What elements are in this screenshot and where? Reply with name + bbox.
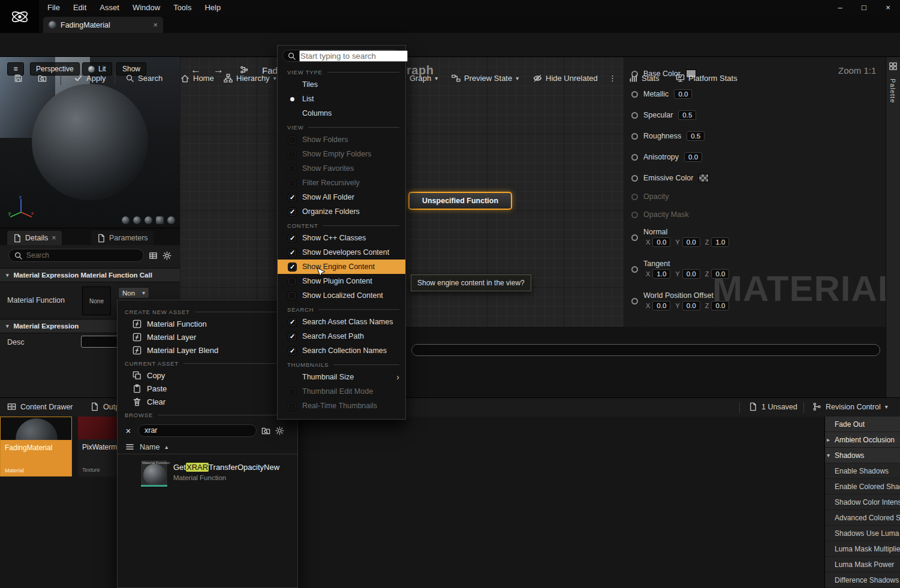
close-button[interactable]: × xyxy=(876,0,900,15)
pin-icon[interactable] xyxy=(631,266,638,273)
pin-icon[interactable] xyxy=(631,133,638,140)
preview-state-button[interactable]: Preview State▾ xyxy=(449,70,522,86)
view-menu-item-thumbnail-size[interactable]: Thumbnail Size› xyxy=(278,370,405,384)
property-row-fade-out[interactable]: Fade Out xyxy=(825,417,900,432)
menu-file[interactable]: File xyxy=(41,0,67,15)
vector-value-input[interactable]: 0.0 xyxy=(652,237,670,247)
menu-window[interactable]: Window xyxy=(126,0,167,15)
mesh-preview-icon[interactable] xyxy=(167,216,175,224)
vector-value-input[interactable]: 0.0 xyxy=(682,301,700,310)
menu-help[interactable]: Help xyxy=(198,0,227,15)
section-material-function-call[interactable]: ▾ Material Expression Material Function … xyxy=(0,268,180,282)
home-button[interactable]: Home xyxy=(177,70,217,86)
clean-graph-button[interactable]: Graph▾ xyxy=(407,70,441,86)
pin-icon[interactable] xyxy=(631,194,638,200)
unspecified-function-node[interactable]: Unspecified Function xyxy=(408,192,512,210)
pin-value-input[interactable]: 0.0 xyxy=(684,152,702,162)
view-menu-item-show-developers-content[interactable]: ✓Show Developers Content xyxy=(278,245,405,260)
asset-result-item[interactable]: Material Function GetXRARTransferOpacity… xyxy=(140,460,290,487)
pin-icon[interactable] xyxy=(631,298,638,304)
pin-value-input[interactable]: 0.5 xyxy=(678,110,696,120)
gear-icon[interactable] xyxy=(162,251,171,260)
view-menu-item-columns[interactable]: Columns xyxy=(278,106,405,120)
display-options-icon[interactable] xyxy=(149,251,158,260)
material-function-dropdown[interactable]: Non ▾ xyxy=(118,287,149,298)
plane-preview-icon[interactable] xyxy=(145,216,152,224)
context-menu-item-clear[interactable]: Clear xyxy=(118,395,297,408)
menu-edit[interactable]: Edit xyxy=(67,0,93,15)
vector-value-input[interactable]: 0.0 xyxy=(652,301,670,310)
pin-icon[interactable] xyxy=(631,154,638,161)
material-function-thumbnail[interactable]: None xyxy=(82,287,111,315)
platform-stats-button[interactable]: Platform Stats xyxy=(673,70,741,86)
view-menu-item-show-plugin-content[interactable]: Show Plugin Content xyxy=(278,274,405,288)
hierarchy-button[interactable]: Hierarchy▾ xyxy=(221,70,279,86)
sphere-preview-icon[interactable] xyxy=(133,216,141,224)
graph-stats-bar[interactable] xyxy=(411,344,880,356)
save-button[interactable] xyxy=(11,70,26,86)
pin-value-input[interactable]: 0.5 xyxy=(687,131,705,141)
vector-value-input[interactable]: 0.0 xyxy=(682,237,700,247)
folder-search-icon[interactable] xyxy=(261,426,270,435)
pin-value-input[interactable]: 0.0 xyxy=(674,89,692,99)
context-menu-item-material-function[interactable]: Material Function xyxy=(118,317,297,330)
chevron-down-icon[interactable]: ▾ xyxy=(827,452,830,459)
details-search-field[interactable] xyxy=(26,251,139,260)
output-log-tab[interactable]: Outp xyxy=(90,402,119,411)
revision-control-button[interactable]: Revision Control▾ xyxy=(812,402,888,411)
pin-icon[interactable] xyxy=(631,91,638,98)
tab-fadingmaterial[interactable]: FadingMaterial × xyxy=(43,17,163,33)
view-menu-item-show-c-classes[interactable]: ✓Show C++ Classes xyxy=(278,231,405,245)
context-menu-item-copy[interactable]: Copy xyxy=(118,369,297,382)
view-menu-item-show-empty-folders[interactable]: Show Empty Folders xyxy=(278,147,405,161)
cube-preview-icon[interactable] xyxy=(156,216,164,224)
details-search-input[interactable] xyxy=(8,249,144,262)
palette-sidebar-tab[interactable]: Palette xyxy=(886,57,900,397)
maximize-button[interactable]: □ xyxy=(852,0,876,15)
gear-icon[interactable] xyxy=(275,426,284,435)
search-button[interactable]: Search xyxy=(122,70,165,86)
chevron-right-icon[interactable]: ▸ xyxy=(827,436,830,443)
pin-icon[interactable] xyxy=(631,112,638,119)
apply-button[interactable]: Apply xyxy=(71,70,109,86)
content-drawer-button[interactable]: Content Drawer xyxy=(7,402,73,411)
view-menu-item-organize-folders[interactable]: ✓Organize Folders xyxy=(278,204,405,219)
pin-icon[interactable] xyxy=(631,212,638,218)
tab-details[interactable]: Details × xyxy=(7,231,62,245)
minimize-button[interactable]: – xyxy=(828,0,852,15)
view-menu-item-show-all-folder[interactable]: ✓Show All Folder xyxy=(278,190,405,204)
stats-button[interactable]: Stats xyxy=(626,70,663,86)
cylinder-preview-icon[interactable] xyxy=(122,216,130,224)
unsaved-status-button[interactable]: 1 Unsaved xyxy=(748,402,797,411)
view-menu-item-thumbnail-edit-mode[interactable]: Thumbnail Edit Mode xyxy=(278,384,405,399)
context-menu-item-material-layer-blend[interactable]: Material Layer Blend xyxy=(118,343,297,357)
view-menu-item-real-time-thumbnails[interactable]: Real-Time Thumbnails xyxy=(278,399,405,413)
view-menu-item-show-localized-content[interactable]: Show Localized Content xyxy=(278,288,405,303)
view-menu-item-show-engine-content[interactable]: ✓Show Engine Content xyxy=(278,260,405,274)
hide-unrelated-button[interactable]: Hide Unrelated xyxy=(530,70,601,86)
view-menu-item-tiles[interactable]: Tiles xyxy=(278,77,405,92)
view-menu-item-search-asset-class-names[interactable]: ✓Search Asset Class Names xyxy=(278,315,405,329)
browse-to-asset-button[interactable] xyxy=(35,70,50,86)
tab-parameters[interactable]: Parameters xyxy=(91,231,153,245)
view-menu-item-list[interactable]: List xyxy=(278,92,405,106)
pin-icon[interactable] xyxy=(631,175,638,182)
tab-close-icon[interactable]: × xyxy=(153,20,158,29)
context-menu-item-material-layer[interactable]: Material Layer xyxy=(118,330,297,343)
view-menu-item-show-folders[interactable]: Show Folders xyxy=(278,132,405,147)
close-icon[interactable]: × xyxy=(52,234,56,242)
context-menu-item-paste[interactable]: Paste xyxy=(118,382,297,395)
vector-value-input[interactable]: 0.0 xyxy=(711,269,729,279)
clear-search-icon[interactable]: × xyxy=(124,426,133,436)
view-menu-item-filter-recursively[interactable]: Filter Recursively xyxy=(278,176,405,190)
color-swatch[interactable] xyxy=(699,174,709,182)
view-menu-item-search-collection-names[interactable]: ✓Search Collection Names xyxy=(278,343,405,358)
asset-tile-fadingmaterial[interactable]: FadingMaterial Material xyxy=(0,417,72,477)
toolbar-overflow-button[interactable]: ⋮ xyxy=(606,70,619,86)
vector-value-input[interactable]: 0.0 xyxy=(682,269,700,279)
pin-icon[interactable] xyxy=(631,234,638,241)
vector-value-input[interactable]: 1.0 xyxy=(711,237,729,247)
menu-tools[interactable]: Tools xyxy=(167,0,198,15)
view-menu-item-show-favorites[interactable]: Show Favorites xyxy=(278,161,405,176)
property-row-shadows[interactable]: ▾Shadows xyxy=(825,448,900,463)
